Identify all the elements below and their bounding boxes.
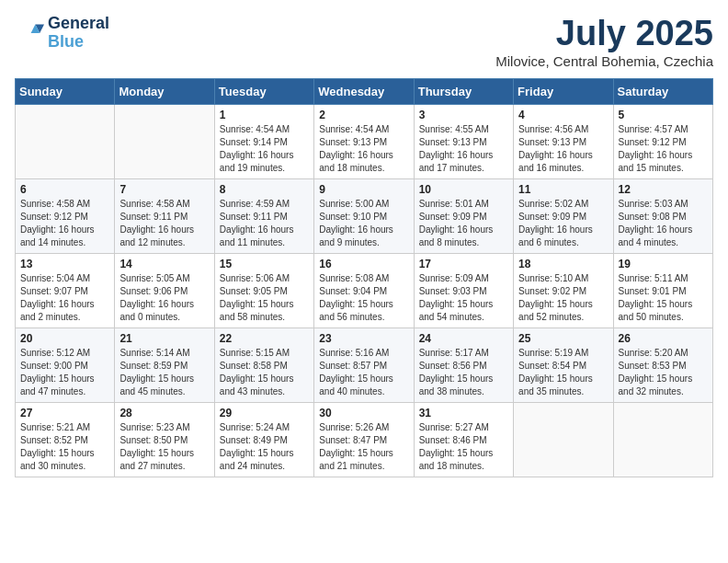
day-number: 17 bbox=[419, 258, 508, 270]
day-number: 6 bbox=[20, 183, 109, 196]
day-number: 26 bbox=[619, 332, 708, 345]
calendar-week-row: 6Sunrise: 4:58 AM Sunset: 9:12 PM Daylig… bbox=[16, 178, 713, 253]
page-header: General Blue July 2025 Milovice, Central… bbox=[15, 15, 713, 69]
day-number: 18 bbox=[518, 258, 608, 270]
weekday-header: Friday bbox=[514, 78, 613, 104]
logo-line1: General bbox=[48, 15, 109, 33]
month-title: July 2025 bbox=[495, 15, 713, 53]
day-info: Sunrise: 5:26 AM Sunset: 8:47 PM Dayligh… bbox=[319, 421, 408, 473]
weekday-header: Saturday bbox=[613, 78, 712, 104]
day-number: 20 bbox=[20, 332, 109, 345]
day-info: Sunrise: 4:54 AM Sunset: 9:14 PM Dayligh… bbox=[220, 123, 309, 175]
calendar-cell: 14Sunrise: 5:05 AM Sunset: 9:06 PM Dayli… bbox=[115, 253, 214, 327]
day-number: 9 bbox=[319, 183, 408, 196]
calendar-cell: 30Sunrise: 5:26 AM Sunset: 8:47 PM Dayli… bbox=[314, 402, 414, 477]
calendar-cell: 1Sunrise: 4:54 AM Sunset: 9:14 PM Daylig… bbox=[214, 104, 313, 178]
calendar-cell: 19Sunrise: 5:11 AM Sunset: 9:01 PM Dayli… bbox=[613, 253, 712, 327]
calendar-cell: 13Sunrise: 5:04 AM Sunset: 9:07 PM Dayli… bbox=[16, 253, 115, 327]
calendar-cell bbox=[613, 402, 712, 477]
day-info: Sunrise: 5:09 AM Sunset: 9:03 PM Dayligh… bbox=[419, 272, 508, 324]
day-info: Sunrise: 4:55 AM Sunset: 9:13 PM Dayligh… bbox=[419, 123, 508, 175]
calendar-cell: 20Sunrise: 5:12 AM Sunset: 9:00 PM Dayli… bbox=[16, 327, 115, 402]
calendar-cell: 28Sunrise: 5:23 AM Sunset: 8:50 PM Dayli… bbox=[115, 402, 214, 477]
day-info: Sunrise: 4:58 AM Sunset: 9:11 PM Dayligh… bbox=[119, 198, 209, 249]
day-info: Sunrise: 5:14 AM Sunset: 8:59 PM Dayligh… bbox=[119, 347, 209, 398]
calendar-cell: 2Sunrise: 4:54 AM Sunset: 9:13 PM Daylig… bbox=[314, 104, 414, 178]
calendar-cell: 16Sunrise: 5:08 AM Sunset: 9:04 PM Dayli… bbox=[314, 253, 414, 327]
weekday-header: Thursday bbox=[414, 78, 513, 104]
day-info: Sunrise: 5:12 AM Sunset: 9:00 PM Dayligh… bbox=[20, 347, 109, 398]
calendar-week-row: 1Sunrise: 4:54 AM Sunset: 9:14 PM Daylig… bbox=[16, 104, 713, 178]
calendar-week-row: 13Sunrise: 5:04 AM Sunset: 9:07 PM Dayli… bbox=[16, 253, 713, 327]
weekday-header: Tuesday bbox=[214, 78, 313, 104]
day-info: Sunrise: 4:54 AM Sunset: 9:13 PM Dayligh… bbox=[319, 123, 408, 175]
calendar-cell: 4Sunrise: 4:56 AM Sunset: 9:13 PM Daylig… bbox=[514, 104, 613, 178]
calendar-cell: 23Sunrise: 5:16 AM Sunset: 8:57 PM Dayli… bbox=[314, 327, 414, 402]
day-info: Sunrise: 5:10 AM Sunset: 9:02 PM Dayligh… bbox=[518, 272, 608, 324]
calendar-week-row: 20Sunrise: 5:12 AM Sunset: 9:00 PM Dayli… bbox=[16, 327, 713, 402]
day-number: 11 bbox=[518, 183, 608, 196]
day-info: Sunrise: 5:16 AM Sunset: 8:57 PM Dayligh… bbox=[319, 347, 408, 398]
calendar-body: 1Sunrise: 4:54 AM Sunset: 9:14 PM Daylig… bbox=[16, 104, 713, 477]
calendar-cell: 10Sunrise: 5:01 AM Sunset: 9:09 PM Dayli… bbox=[414, 178, 513, 253]
day-info: Sunrise: 5:15 AM Sunset: 8:58 PM Dayligh… bbox=[220, 347, 309, 398]
calendar-cell: 25Sunrise: 5:19 AM Sunset: 8:54 PM Dayli… bbox=[514, 327, 613, 402]
day-number: 3 bbox=[419, 109, 508, 121]
day-info: Sunrise: 4:57 AM Sunset: 9:12 PM Dayligh… bbox=[619, 123, 708, 175]
calendar-cell bbox=[514, 402, 613, 477]
calendar-cell: 21Sunrise: 5:14 AM Sunset: 8:59 PM Dayli… bbox=[115, 327, 214, 402]
day-number: 16 bbox=[319, 258, 408, 270]
calendar-cell: 18Sunrise: 5:10 AM Sunset: 9:02 PM Dayli… bbox=[514, 253, 613, 327]
day-info: Sunrise: 5:01 AM Sunset: 9:09 PM Dayligh… bbox=[419, 198, 508, 249]
day-info: Sunrise: 5:21 AM Sunset: 8:52 PM Dayligh… bbox=[20, 421, 109, 473]
calendar-cell: 8Sunrise: 4:59 AM Sunset: 9:11 PM Daylig… bbox=[214, 178, 313, 253]
day-number: 29 bbox=[220, 407, 309, 419]
day-number: 25 bbox=[518, 332, 608, 345]
title-section: July 2025 Milovice, Central Bohemia, Cze… bbox=[495, 15, 713, 69]
logo-text: General Blue bbox=[48, 15, 109, 52]
day-number: 23 bbox=[319, 332, 408, 345]
day-info: Sunrise: 5:06 AM Sunset: 9:05 PM Dayligh… bbox=[220, 272, 309, 324]
day-info: Sunrise: 4:59 AM Sunset: 9:11 PM Dayligh… bbox=[220, 198, 309, 249]
calendar-cell bbox=[115, 104, 214, 178]
logo-line2: Blue bbox=[48, 33, 109, 52]
day-number: 15 bbox=[220, 258, 309, 270]
day-info: Sunrise: 5:27 AM Sunset: 8:46 PM Dayligh… bbox=[419, 421, 508, 473]
day-number: 31 bbox=[419, 407, 508, 419]
calendar-cell: 7Sunrise: 4:58 AM Sunset: 9:11 PM Daylig… bbox=[115, 178, 214, 253]
calendar-cell: 24Sunrise: 5:17 AM Sunset: 8:56 PM Dayli… bbox=[414, 327, 513, 402]
day-number: 21 bbox=[119, 332, 209, 345]
day-number: 8 bbox=[220, 183, 309, 196]
location-title: Milovice, Central Bohemia, Czechia bbox=[495, 53, 713, 69]
day-info: Sunrise: 5:08 AM Sunset: 9:04 PM Dayligh… bbox=[319, 272, 408, 324]
day-number: 14 bbox=[119, 258, 209, 270]
calendar-table: SundayMondayTuesdayWednesdayThursdayFrid… bbox=[15, 78, 713, 477]
weekday-header: Monday bbox=[115, 78, 214, 104]
day-number: 24 bbox=[419, 332, 508, 345]
day-number: 12 bbox=[619, 183, 708, 196]
day-info: Sunrise: 5:00 AM Sunset: 9:10 PM Dayligh… bbox=[319, 198, 408, 249]
day-number: 30 bbox=[319, 407, 408, 419]
weekday-header: Wednesday bbox=[314, 78, 414, 104]
calendar-cell: 11Sunrise: 5:02 AM Sunset: 9:09 PM Dayli… bbox=[514, 178, 613, 253]
logo-icon bbox=[15, 18, 44, 48]
calendar-cell: 15Sunrise: 5:06 AM Sunset: 9:05 PM Dayli… bbox=[214, 253, 313, 327]
day-info: Sunrise: 5:03 AM Sunset: 9:08 PM Dayligh… bbox=[619, 198, 708, 249]
day-info: Sunrise: 5:19 AM Sunset: 8:54 PM Dayligh… bbox=[518, 347, 608, 398]
day-number: 13 bbox=[20, 258, 109, 270]
calendar-cell: 22Sunrise: 5:15 AM Sunset: 8:58 PM Dayli… bbox=[214, 327, 313, 402]
day-number: 19 bbox=[619, 258, 708, 270]
calendar-cell: 29Sunrise: 5:24 AM Sunset: 8:49 PM Dayli… bbox=[214, 402, 313, 477]
day-number: 7 bbox=[119, 183, 209, 196]
day-number: 4 bbox=[518, 109, 608, 121]
day-info: Sunrise: 5:24 AM Sunset: 8:49 PM Dayligh… bbox=[220, 421, 309, 473]
calendar-cell: 31Sunrise: 5:27 AM Sunset: 8:46 PM Dayli… bbox=[414, 402, 513, 477]
logo: General Blue bbox=[15, 15, 109, 52]
day-info: Sunrise: 5:23 AM Sunset: 8:50 PM Dayligh… bbox=[119, 421, 209, 473]
day-info: Sunrise: 5:04 AM Sunset: 9:07 PM Dayligh… bbox=[20, 272, 109, 324]
calendar-week-row: 27Sunrise: 5:21 AM Sunset: 8:52 PM Dayli… bbox=[16, 402, 713, 477]
calendar-cell: 3Sunrise: 4:55 AM Sunset: 9:13 PM Daylig… bbox=[414, 104, 513, 178]
day-number: 5 bbox=[619, 109, 708, 121]
calendar-cell: 6Sunrise: 4:58 AM Sunset: 9:12 PM Daylig… bbox=[16, 178, 115, 253]
day-info: Sunrise: 5:17 AM Sunset: 8:56 PM Dayligh… bbox=[419, 347, 508, 398]
